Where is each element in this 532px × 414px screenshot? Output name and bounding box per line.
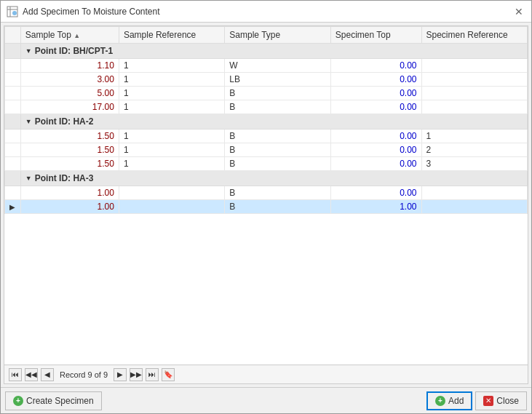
sample-top-cell: 1.50 [20, 143, 119, 157]
sample-ref-cell: 1 [119, 143, 224, 157]
specimen-top-cell: 1.00 [330, 200, 421, 214]
sample-ref-cell: 1 [119, 73, 224, 87]
group-name: Point ID: BH/CPT-1 [35, 46, 113, 56]
bottom-bar: + Create Specimen + Add ✕ Close [1, 387, 531, 413]
sample-top-cell: 1.50 [20, 130, 119, 143]
main-window: Add Specimen To Moisture Content ✕ Sampl… [0, 0, 532, 414]
group-label-cell: ▼ Point ID: HA-3 [20, 171, 527, 186]
table-row[interactable]: 5.00 1 B 0.00 [5, 87, 528, 100]
group-name: Point ID: HA-2 [35, 116, 94, 127]
sample-top-cell: 1.50 [20, 157, 119, 171]
nav-prev-button[interactable]: ◀ [41, 368, 54, 381]
group-row: ▼ Point ID: HA-3 [5, 171, 528, 186]
row-indicator-cell [5, 143, 21, 157]
th-sample-reference[interactable]: Sample Reference [119, 27, 224, 44]
create-specimen-button[interactable]: + Create Specimen [5, 391, 102, 410]
sample-ref-cell [119, 186, 224, 200]
sample-top-cell: 1.00 [20, 186, 119, 200]
table-row[interactable]: 1.50 1 B 0.00 2 [5, 143, 528, 157]
title-bar-left: Add Specimen To Moisture Content [7, 6, 160, 17]
sample-ref-cell: 1 [119, 130, 224, 143]
sample-type-cell: B [225, 186, 330, 200]
specimen-ref-cell [421, 87, 527, 100]
sample-ref-cell: 1 [119, 87, 224, 100]
title-bar: Add Specimen To Moisture Content ✕ [1, 1, 531, 23]
sample-type-cell: B [225, 143, 330, 157]
sample-type-cell: B [225, 130, 330, 143]
nav-next-page-button[interactable]: ▶▶ [130, 368, 143, 381]
svg-point-3 [12, 11, 17, 15]
sample-type-cell: LB [225, 73, 330, 87]
title-text: Add Specimen To Moisture Content [23, 7, 160, 17]
specimen-top-cell: 0.00 [330, 59, 421, 73]
sample-ref-cell: 1 [119, 100, 224, 114]
th-specimen-reference[interactable]: Specimen Reference [421, 27, 527, 44]
sample-top-cell: 1.10 [20, 59, 119, 73]
sample-top-cell: 3.00 [20, 73, 119, 87]
window-close-button[interactable]: ✕ [512, 5, 525, 18]
row-indicator-cell [5, 100, 21, 114]
record-indicator: Record 9 of 9 [60, 370, 108, 379]
th-sample-type[interactable]: Sample Type [225, 27, 330, 44]
group-label-cell: ▼ Point ID: BH/CPT-1 [20, 44, 527, 59]
table-row[interactable]: 17.00 1 B 0.00 [5, 100, 528, 114]
th-specimen-top[interactable]: Specimen Top [330, 27, 421, 44]
add-button[interactable]: + Add [426, 391, 472, 410]
th-sample-top[interactable]: Sample Top [20, 27, 119, 44]
group-row: ▼ Point ID: HA-2 [5, 114, 528, 130]
group-chevron-icon[interactable]: ▼ [25, 118, 32, 125]
table-row[interactable]: 1.50 1 B 0.00 3 [5, 157, 528, 171]
group-label-cell: ▼ Point ID: HA-2 [20, 114, 527, 130]
sample-ref-cell: 1 [119, 59, 224, 73]
close-button[interactable]: ✕ Close [475, 391, 527, 410]
specimen-top-cell: 0.00 [330, 130, 421, 143]
specimen-table: Sample Top Sample Reference Sample Type … [4, 26, 528, 214]
row-indicator-cell [5, 87, 21, 100]
specimen-ref-cell [421, 73, 527, 87]
add-icon: + [435, 396, 445, 406]
nav-first-button[interactable]: ⏮ [9, 368, 22, 381]
group-name: Point ID: HA-3 [35, 173, 94, 183]
table-header-row: Sample Top Sample Reference Sample Type … [5, 27, 528, 44]
sample-type-cell: B [225, 100, 330, 114]
sample-ref-cell: 1 [119, 157, 224, 171]
sample-type-cell: W [225, 59, 330, 73]
sample-type-cell: B [225, 157, 330, 171]
sample-type-cell: B [225, 200, 330, 214]
specimen-ref-cell [421, 59, 527, 73]
nav-prev-page-button[interactable]: ◀◀ [25, 368, 38, 381]
table-row[interactable]: 1.10 1 W 0.00 [5, 59, 528, 73]
group-indicator-cell [5, 114, 21, 130]
specimen-ref-cell: 2 [421, 143, 527, 157]
close-icon: ✕ [483, 396, 493, 406]
nav-next-button[interactable]: ▶ [114, 368, 127, 381]
row-indicator-cell [5, 73, 21, 87]
sample-type-cell: B [225, 87, 330, 100]
content-area: Sample Top Sample Reference Sample Type … [1, 23, 531, 387]
group-indicator-cell [5, 171, 21, 186]
sample-ref-cell [119, 200, 224, 214]
row-indicator-cell [5, 130, 21, 143]
navigation-bar: ⏮ ◀◀ ◀ Record 9 of 9 ▶ ▶▶ ⏭ 🔖 [4, 365, 528, 384]
data-grid[interactable]: Sample Top Sample Reference Sample Type … [4, 25, 528, 365]
row-indicator-cell [5, 157, 21, 171]
row-indicator-cell: ▶ [5, 200, 21, 214]
table-row[interactable]: ▶ 1.00 B 1.00 [5, 200, 528, 214]
table-row[interactable]: 3.00 1 LB 0.00 [5, 73, 528, 87]
nav-add-button[interactable]: 🔖 [162, 368, 175, 381]
bottom-left-actions: + Create Specimen [5, 391, 102, 410]
table-body: ▼ Point ID: BH/CPT-1 1.10 1 W 0.00 3.00 … [5, 44, 528, 214]
specimen-top-cell: 0.00 [330, 157, 421, 171]
specimen-ref-cell [421, 186, 527, 200]
table-row[interactable]: 1.00 B 0.00 [5, 186, 528, 200]
table-row[interactable]: 1.50 1 B 0.00 1 [5, 130, 528, 143]
group-chevron-icon[interactable]: ▼ [25, 47, 32, 55]
specimen-ref-cell [421, 100, 527, 114]
specimen-ref-cell [421, 200, 527, 214]
nav-last-button[interactable]: ⏭ [146, 368, 159, 381]
group-chevron-icon[interactable]: ▼ [25, 175, 32, 182]
row-indicator-cell [5, 59, 21, 73]
th-indicator [5, 27, 21, 44]
specimen-top-cell: 0.00 [330, 100, 421, 114]
app-icon [7, 6, 18, 17]
